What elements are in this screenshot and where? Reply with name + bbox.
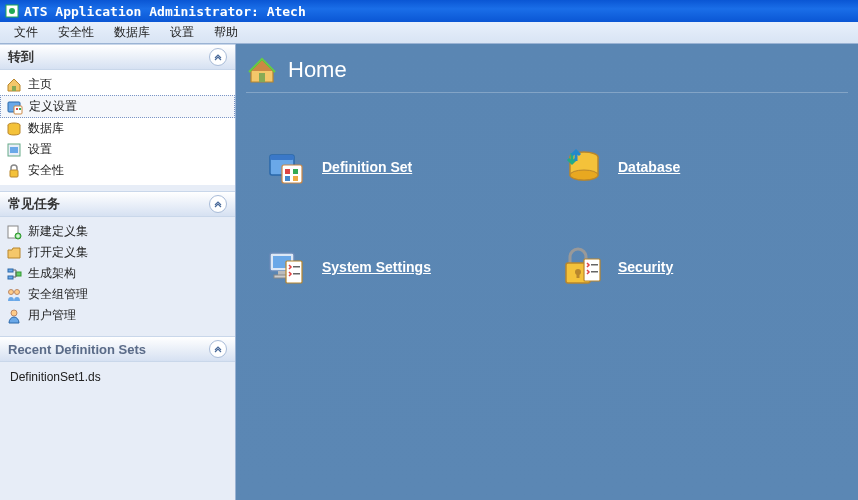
security-icon	[6, 163, 22, 179]
panel-header-recent[interactable]: Recent Definition Sets	[0, 336, 235, 362]
svg-rect-33	[286, 261, 302, 283]
svg-rect-15	[16, 272, 21, 276]
sidebar-item-label: 安全性	[28, 162, 64, 179]
menu-help[interactable]: 帮助	[204, 22, 248, 43]
sidebar-item-database[interactable]: 数据库	[0, 118, 235, 139]
sidebar-item-label: 定义设置	[29, 98, 77, 115]
tile-label: System Settings	[322, 259, 431, 275]
divider	[246, 92, 848, 93]
sidebar-item-group-mgmt[interactable]: 安全组管理	[0, 284, 235, 305]
sidebar-item-settings[interactable]: 设置	[0, 139, 235, 160]
sidebar-item-label: 用户管理	[28, 307, 76, 324]
sidebar-item-security[interactable]: 安全性	[0, 160, 235, 181]
svg-point-17	[15, 289, 20, 294]
sidebar-item-user-mgmt[interactable]: 用户管理	[0, 305, 235, 326]
menu-settings[interactable]: 设置	[160, 22, 204, 43]
sidebar-item-home[interactable]: 主页	[0, 74, 235, 95]
definition-set-icon	[266, 147, 306, 187]
group-mgmt-icon	[6, 287, 22, 303]
menu-file[interactable]: 文件	[4, 22, 48, 43]
menu-database[interactable]: 数据库	[104, 22, 160, 43]
panel-header-goto[interactable]: 转到	[0, 44, 235, 70]
sidebar-item-label: 生成架构	[28, 265, 76, 282]
database-icon	[6, 121, 22, 137]
definition-icon	[7, 99, 23, 115]
sidebar-panel-recent: Recent Definition Sets DefinitionSet1.ds	[0, 336, 235, 392]
sidebar-item-definition[interactable]: 定义设置	[0, 95, 235, 118]
tile-label: Security	[618, 259, 673, 275]
svg-rect-25	[285, 176, 290, 181]
svg-rect-40	[591, 264, 598, 266]
sidebar-panel-goto: 转到 主页 定义设置	[0, 44, 235, 185]
chevron-up-icon[interactable]	[209, 195, 227, 213]
panel-title-tasks: 常见任务	[8, 195, 60, 213]
generate-schema-icon	[6, 266, 22, 282]
sidebar-item-label: 设置	[28, 141, 52, 158]
chevron-up-icon[interactable]	[209, 340, 227, 358]
panel-title-goto: 转到	[8, 48, 34, 66]
svg-rect-9	[10, 147, 18, 153]
content-title-row: Home	[236, 44, 858, 90]
content-area: Home Definition Set	[236, 44, 858, 500]
new-definition-icon	[6, 224, 22, 240]
security-large-icon	[562, 247, 602, 287]
panel-header-tasks[interactable]: 常见任务	[0, 191, 235, 217]
svg-point-16	[9, 289, 14, 294]
svg-rect-39	[584, 259, 600, 281]
svg-point-28	[570, 170, 598, 180]
menubar: 文件 安全性 数据库 设置 帮助	[0, 22, 858, 44]
svg-rect-2	[12, 86, 16, 91]
settings-icon	[6, 142, 22, 158]
svg-rect-24	[293, 169, 298, 174]
sidebar-item-label: 主页	[28, 76, 52, 93]
sidebar-panel-tasks: 常见任务 新建定义集 打开定义集	[0, 191, 235, 330]
tile-security[interactable]: Security	[562, 247, 828, 287]
panel-title-recent: Recent Definition Sets	[8, 342, 146, 357]
recent-item[interactable]: DefinitionSet1.ds	[0, 366, 235, 388]
sidebar-item-label: 打开定义集	[28, 244, 88, 261]
svg-rect-35	[293, 273, 300, 275]
sidebar-item-label: 数据库	[28, 120, 64, 137]
tile-label: Definition Set	[322, 159, 412, 175]
svg-rect-10	[10, 170, 18, 177]
svg-point-1	[9, 8, 15, 14]
system-settings-icon	[266, 247, 306, 287]
app-icon	[4, 3, 20, 19]
sidebar-item-open-def[interactable]: 打开定义集	[0, 242, 235, 263]
svg-rect-26	[293, 176, 298, 181]
open-definition-icon	[6, 245, 22, 261]
tile-database[interactable]: Database	[562, 147, 828, 187]
titlebar-text: ATS Application Administrator: Atech	[24, 4, 306, 19]
home-large-icon	[246, 54, 278, 86]
svg-rect-34	[293, 266, 300, 268]
tile-system-settings[interactable]: System Settings	[266, 247, 532, 287]
database-large-icon	[562, 147, 602, 187]
sidebar-item-new-def[interactable]: 新建定义集	[0, 221, 235, 242]
sidebar-item-label: 安全组管理	[28, 286, 88, 303]
tile-label: Database	[618, 159, 680, 175]
content-title-text: Home	[288, 57, 347, 83]
svg-rect-6	[19, 108, 21, 110]
svg-rect-14	[8, 276, 13, 279]
svg-rect-41	[591, 271, 598, 273]
svg-rect-21	[270, 155, 294, 160]
titlebar: ATS Application Administrator: Atech	[0, 0, 858, 22]
svg-rect-31	[278, 271, 286, 275]
svg-rect-23	[285, 169, 290, 174]
sidebar: 转到 主页 定义设置	[0, 44, 236, 500]
sidebar-item-label: 新建定义集	[28, 223, 88, 240]
chevron-up-icon[interactable]	[209, 48, 227, 66]
menu-security[interactable]: 安全性	[48, 22, 104, 43]
svg-rect-38	[577, 272, 580, 278]
svg-rect-13	[8, 269, 13, 272]
tile-grid: Definition Set Database	[236, 103, 858, 307]
home-icon	[6, 77, 22, 93]
svg-point-18	[11, 310, 17, 316]
tile-definition-set[interactable]: Definition Set	[266, 147, 532, 187]
svg-rect-5	[16, 108, 18, 110]
user-mgmt-icon	[6, 308, 22, 324]
svg-rect-19	[259, 73, 265, 82]
sidebar-item-gen-schema[interactable]: 生成架构	[0, 263, 235, 284]
